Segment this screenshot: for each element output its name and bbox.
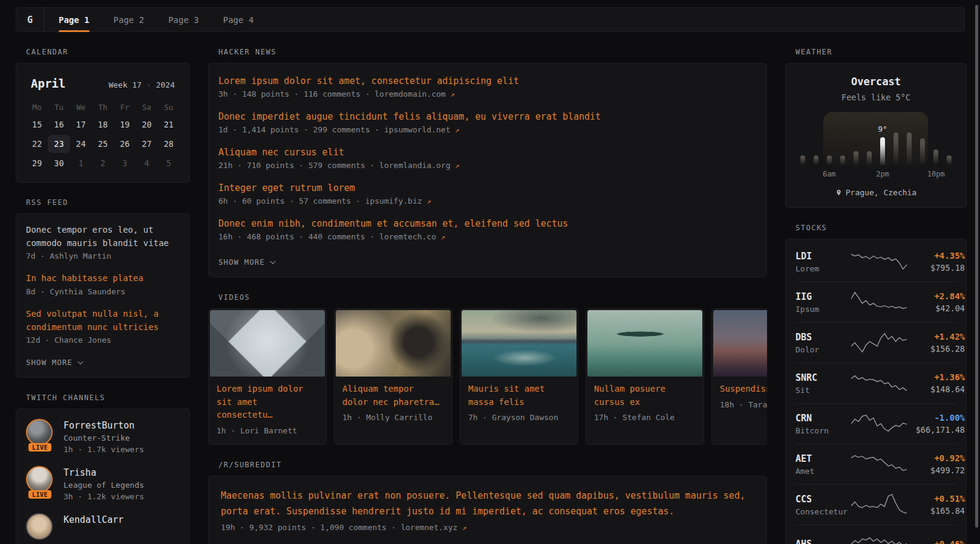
stock-symbol[interactable]: CCS: [795, 494, 851, 505]
calendar-day: 24: [70, 135, 92, 153]
stock-symbol[interactable]: SNRC: [795, 372, 851, 383]
twitch-channel-name[interactable]: ForrestBurton: [64, 420, 144, 431]
weather-bar: [880, 137, 885, 165]
videos-widget: VIDEOS Lorem ipsum dolor sit amet consec…: [208, 293, 767, 445]
stock-price: $165.84: [907, 506, 965, 516]
tab-page-2[interactable]: Page 2: [114, 8, 145, 31]
stock-symbol[interactable]: LDI: [795, 251, 851, 262]
stock-row[interactable]: AETAmet +0.92%$499.72: [795, 444, 956, 484]
video-title[interactable]: Aliquam tempor dolor nec pharetra…: [342, 383, 444, 409]
tab-page-3[interactable]: Page 3: [168, 8, 199, 31]
stock-price: $156.28: [907, 344, 965, 354]
rss-item-title[interactable]: Donec tempor eros leo, ut commodo mauris…: [26, 224, 180, 250]
subreddit-widget: /R/SUBREDDIT Maecenas mollis pulvinar er…: [208, 461, 767, 544]
video-title[interactable]: Suspendisse diam: [720, 383, 767, 396]
rss-item-meta: 8d · Cynthia Saunders: [26, 287, 180, 296]
stock-symbol[interactable]: DBS: [795, 332, 851, 343]
scrollbar-thumb[interactable]: [975, 5, 978, 528]
stock-price: $66,171.48: [907, 425, 965, 435]
hn-item-title[interactable]: Donec imperdiet augue tincidunt felis al…: [218, 111, 757, 122]
hn-item: Donec enim nibh, condimentum et accumsan…: [218, 218, 757, 241]
stock-symbol[interactable]: AET: [795, 453, 851, 464]
video-card[interactable]: Lorem ipsum dolor sit amet consectetu… 1…: [208, 308, 327, 445]
stock-row[interactable]: DBSDolor +1.42%$156.28: [795, 322, 956, 363]
subreddit-post-meta: 19h · 9,932 points · 1,090 comments · lo…: [221, 523, 754, 532]
video-thumbnail: [713, 310, 767, 377]
stock-change: +4.35%: [907, 251, 965, 261]
weather-bar: [947, 155, 952, 165]
hn-item: Aliquam nec cursus elit 21h · 710 points…: [218, 147, 757, 170]
calendar-day-header: Sa: [136, 100, 157, 114]
video-card[interactable]: Aliquam tempor dolor nec pharetra… 1h · …: [334, 308, 452, 445]
twitch-channel-row[interactable]: KendallCarr: [26, 513, 180, 544]
hn-item-meta: 21h · 710 points · 579 comments · loreml…: [218, 161, 757, 170]
weather-bar: [920, 138, 925, 165]
stock-change: +0.51%: [907, 494, 965, 504]
calendar-day: 25: [92, 135, 114, 153]
chevron-down-icon: [270, 258, 276, 264]
stock-sparkline: [851, 291, 907, 314]
rss-item-title[interactable]: In hac habitasse platea: [26, 272, 180, 285]
subreddit-card: Maecenas mollis pulvinar erat non posuer…: [208, 476, 767, 544]
video-card[interactable]: Mauris sit amet massa felis 7h · Grayson…: [460, 308, 578, 445]
stock-row[interactable]: CCSConsectetur +0.51%$165.84: [795, 484, 956, 525]
tab-page-1[interactable]: Page 1: [59, 8, 90, 31]
twitch-channel-meta: 1h · 1.7k viewers: [64, 445, 144, 454]
stock-name: Ipsum: [795, 305, 851, 314]
stock-row[interactable]: SNRCSit +1.36%$148.64: [795, 363, 956, 403]
stock-change: -1.00%: [907, 413, 965, 423]
hn-item-title[interactable]: Lorem ipsum dolor sit amet, consectetur …: [218, 76, 757, 86]
calendar-day: 29: [26, 154, 48, 172]
middle-column: HACKER NEWS Lorem ipsum dolor sit amet, …: [208, 48, 767, 544]
video-title[interactable]: Nullam posuere cursus ex: [594, 383, 696, 409]
calendar-card: April Week 17 · 2024 Mo Tu We Th Fr Sa S…: [16, 63, 190, 183]
rss-item: Donec tempor eros leo, ut commodo mauris…: [26, 224, 180, 261]
video-card[interactable]: Nullam posuere cursus ex 17h · Stefan Co…: [586, 308, 704, 445]
calendar-month: April: [31, 77, 65, 90]
tab-page-4[interactable]: Page 4: [223, 8, 254, 31]
hn-item-meta: 6h · 60 points · 57 comments · ipsumify.…: [218, 196, 757, 206]
stock-row[interactable]: IIGIpsum +2.84%$42.04: [795, 282, 956, 322]
rss-card: Donec tempor eros leo, ut commodo mauris…: [16, 213, 190, 378]
video-title[interactable]: Mauris sit amet massa felis: [468, 383, 570, 409]
stocks-card: LDILorem +4.35%$795.18 IIGIpsum +2.84%$4…: [785, 239, 967, 544]
stock-symbol[interactable]: IIG: [795, 291, 851, 302]
hn-show-more-button[interactable]: SHOW MORE: [218, 257, 274, 267]
external-link-icon: ↗: [426, 197, 431, 206]
app-logo[interactable]: G: [16, 8, 44, 31]
stock-change: +0.46%: [907, 539, 965, 544]
twitch-channel-row[interactable]: LIVE ForrestBurton Counter-Strike 1h · 1…: [26, 419, 180, 454]
location-pin-icon: [835, 189, 842, 196]
weather-bar: [840, 155, 845, 165]
twitch-channel-name[interactable]: Trisha: [64, 467, 144, 478]
weather-bar: [800, 155, 805, 165]
hn-item-title[interactable]: Donec enim nibh, condimentum et accumsan…: [218, 218, 757, 229]
stock-row[interactable]: AHS +0.46%: [795, 525, 956, 544]
hacker-news-widget: HACKER NEWS Lorem ipsum dolor sit amet, …: [208, 48, 767, 277]
calendar-grid: Mo Tu We Th Fr Sa Su 15 16 17 18 19 20 2…: [26, 100, 180, 172]
calendar-widget: CALENDAR April Week 17 · 2024 Mo Tu We T…: [16, 48, 190, 183]
video-card[interactable]: Suspendisse diam 18h · Tara: [711, 308, 767, 445]
video-meta: 1h · Lori Barnett: [217, 426, 318, 435]
calendar-week-year: Week 17 · 2024: [108, 80, 175, 89]
external-link-icon: ↗: [455, 126, 459, 134]
hn-item-title[interactable]: Integer eget rutrum lorem: [218, 183, 757, 193]
stock-symbol[interactable]: CRN: [795, 413, 851, 424]
hn-item-meta: 1d · 1,414 points · 299 comments · ipsum…: [218, 125, 757, 134]
twitch-channel-name[interactable]: KendallCarr: [64, 514, 123, 525]
video-title[interactable]: Lorem ipsum dolor sit amet consectetu…: [217, 383, 318, 422]
weather-label: WEATHER: [785, 48, 967, 56]
calendar-label: CALENDAR: [16, 48, 190, 56]
weather-location: Prague, Czechia: [835, 188, 916, 197]
stock-row[interactable]: CRNBitcorn -1.00%$66,171.48: [795, 403, 956, 444]
stock-price: $499.72: [907, 465, 965, 475]
page-scrollbar[interactable]: [975, 2, 979, 542]
stock-row[interactable]: LDILorem +4.35%$795.18: [795, 242, 956, 282]
stock-symbol[interactable]: AHS: [795, 539, 851, 544]
subreddit-post-title[interactable]: Maecenas mollis pulvinar erat non posuer…: [221, 488, 754, 519]
rss-show-more-button[interactable]: SHOW MORE: [26, 358, 82, 367]
twitch-channel-row[interactable]: LIVE Trisha League of Legends 3h · 1.2k …: [26, 466, 180, 501]
stock-price: $42.04: [907, 303, 965, 313]
rss-item-title[interactable]: Sed volutpat nulla nisl, a condimentum n…: [26, 308, 180, 334]
hn-item-title[interactable]: Aliquam nec cursus elit: [218, 147, 757, 158]
